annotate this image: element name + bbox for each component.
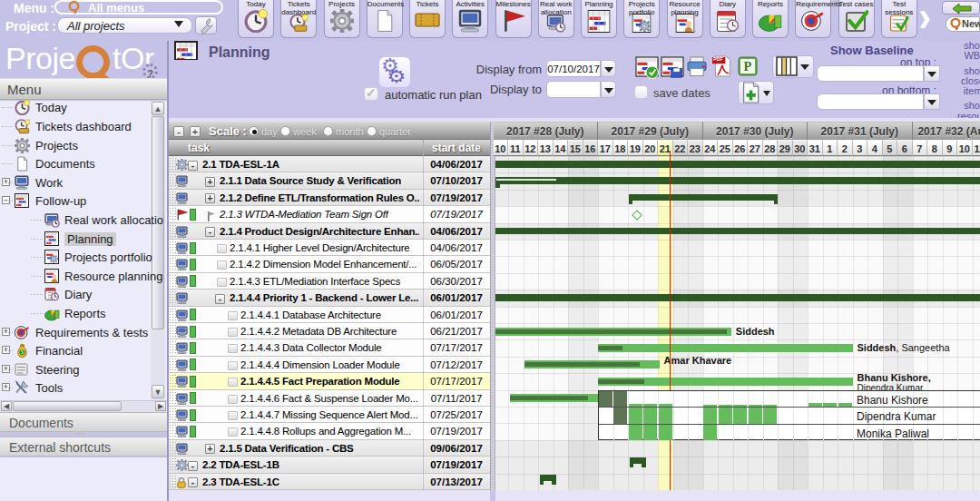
svg-text:S: S	[21, 350, 24, 355]
svg-text:PDF: PDF	[713, 56, 723, 62]
svg-text:P: P	[744, 59, 752, 74]
